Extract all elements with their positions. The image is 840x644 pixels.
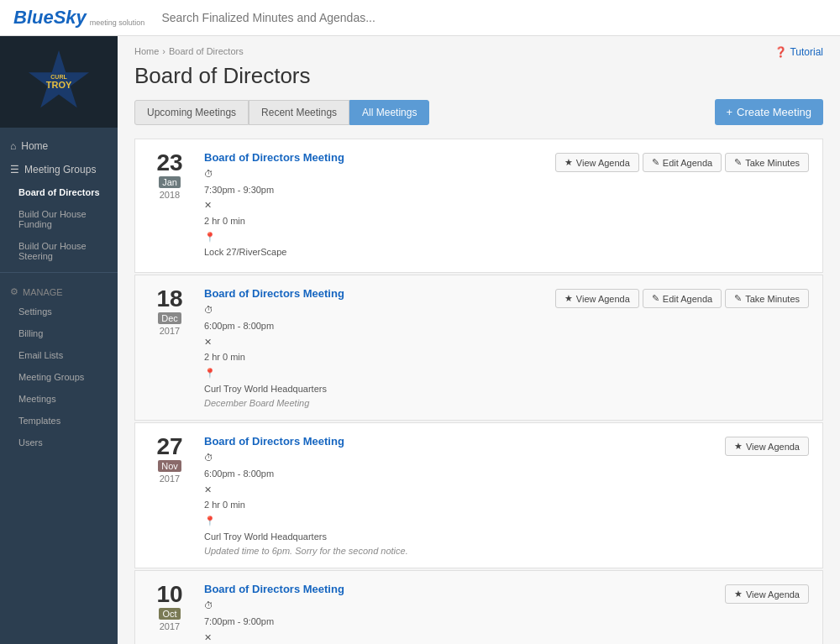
breadcrumb-home[interactable]: Home xyxy=(134,46,159,56)
breadcrumb-sep: › xyxy=(162,46,165,56)
tutorial-link[interactable]: ❓ Tutorial xyxy=(774,46,823,58)
sidebar-item-templates[interactable]: Templates xyxy=(0,410,118,432)
sidebar-item-billing[interactable]: Billing xyxy=(0,322,118,344)
tab-upcoming[interactable]: Upcoming Meetings xyxy=(134,100,249,125)
meeting-title-1[interactable]: Board of Directors Meeting xyxy=(204,151,542,164)
meeting-actions-2: ★ View Agenda ✎ Edit Agenda ✎ Take Minut… xyxy=(555,287,809,308)
settings-label: Settings xyxy=(18,306,52,317)
meeting-meta-4: ⏱ 7:00pm - 9:00pm ✕ 2 hr 0 min 📍 McAllis… xyxy=(204,598,711,644)
date-month-3: Nov xyxy=(158,460,181,472)
sidebar-steering-label: Build Our House Steering xyxy=(18,241,108,261)
edit-agenda-icon-2: ✎ xyxy=(652,293,659,304)
edit-agenda-btn-2[interactable]: ✎ Edit Agenda xyxy=(643,289,722,308)
meeting-meta-2: ⏱ 6:00pm - 8:00pm ✕ 2 hr 0 min 📍 Curl Tr… xyxy=(204,302,542,396)
view-agenda-icon-4: ★ xyxy=(734,589,743,599)
take-minutes-icon-1: ✎ xyxy=(734,157,742,168)
star-logo-text: CURL TROY xyxy=(46,74,72,91)
tab-all[interactable]: All Meetings xyxy=(349,100,429,125)
time-1: ⏱ 7:30pm - 9:30pm xyxy=(204,166,542,197)
email-lists-label: Email Lists xyxy=(18,350,63,360)
tutorial-label: Tutorial xyxy=(790,46,823,58)
take-minutes-btn-1[interactable]: ✎ Take Minutes xyxy=(725,153,809,172)
date-day-1: 23 xyxy=(149,151,191,175)
logo-subtitle: meeting solution xyxy=(90,18,145,27)
date-day-3: 27 xyxy=(149,435,191,458)
location-2: 📍 Curl Troy World Headquarters xyxy=(204,365,542,396)
location-3: 📍 Curl Troy World Headquarters xyxy=(204,513,711,544)
tabs-row: Upcoming Meetings Recent Meetings All Me… xyxy=(134,99,823,125)
date-block-4: 10 Oct 2017 xyxy=(149,583,191,631)
sidebar-item-board-of-directors[interactable]: Board of Directors xyxy=(0,181,118,203)
take-minutes-btn-2[interactable]: ✎ Take Minutes xyxy=(725,289,809,308)
search-bar[interactable] xyxy=(161,11,827,24)
view-agenda-btn-4[interactable]: ★ View Agenda xyxy=(725,584,809,604)
sidebar: CURL TROY ⌂ Home ☰ Meeting Groups Board … xyxy=(0,36,118,644)
meeting-info-4: Board of Directors Meeting ⏱ 7:00pm - 9:… xyxy=(204,583,711,644)
meeting-groups-icon: ☰ xyxy=(10,164,19,175)
sidebar-manage-label: Manage xyxy=(23,287,63,297)
date-day-2: 18 xyxy=(149,287,191,311)
date-month-4: Oct xyxy=(159,608,180,620)
create-meeting-button[interactable]: + Create Meeting xyxy=(715,99,823,125)
sidebar-item-meeting-groups[interactable]: ☰ Meeting Groups xyxy=(0,158,118,181)
sidebar-item-steering[interactable]: Build Our House Steering xyxy=(0,235,118,267)
meeting-card-1: 23 Jan 2018 Board of Directors Meeting ⏱… xyxy=(134,139,823,273)
take-minutes-icon-2: ✎ xyxy=(734,293,742,304)
view-agenda-btn-3[interactable]: ★ View Agenda xyxy=(725,437,809,456)
duration-3: ✕ 2 hr 0 min xyxy=(204,482,711,513)
sidebar-item-manage-meeting-groups[interactable]: Meeting Groups xyxy=(0,366,118,388)
tabs: Upcoming Meetings Recent Meetings All Me… xyxy=(134,100,429,125)
sidebar-item-settings[interactable]: Settings xyxy=(0,301,118,322)
meeting-actions-3: ★ View Agenda xyxy=(725,435,809,456)
meeting-note-2: December Board Meeting xyxy=(204,398,542,408)
view-agenda-btn-1[interactable]: ★ View Agenda xyxy=(555,153,639,172)
tutorial-icon: ❓ xyxy=(774,46,787,58)
manage-icon: ⚙ xyxy=(10,286,18,297)
meeting-title-2[interactable]: Board of Directors Meeting xyxy=(204,287,542,300)
templates-label: Templates xyxy=(18,416,60,426)
sidebar-home-label: Home xyxy=(21,140,48,152)
meeting-title-4[interactable]: Board of Directors Meeting xyxy=(204,583,711,595)
users-label: Users xyxy=(18,437,43,448)
meeting-meta-3: ⏱ 6:00pm - 8:00pm ✕ 2 hr 0 min 📍 Curl Tr… xyxy=(204,450,711,544)
sidebar-meeting-groups-label: Meeting Groups xyxy=(24,164,96,175)
meeting-info-3: Board of Directors Meeting ⏱ 6:00pm - 8:… xyxy=(204,435,711,556)
sidebar-funding-label: Build Our House Funding xyxy=(18,209,108,229)
time-3: ⏱ 6:00pm - 8:00pm xyxy=(204,450,711,481)
date-year-3: 2017 xyxy=(149,474,191,484)
meeting-title-3[interactable]: Board of Directors Meeting xyxy=(204,435,711,448)
plus-icon: + xyxy=(727,106,733,118)
edit-agenda-icon-1: ✎ xyxy=(652,157,659,168)
sidebar-item-users[interactable]: Users xyxy=(0,432,118,453)
meeting-actions-1: ★ View Agenda ✎ Edit Agenda ✎ Take Minut… xyxy=(555,151,809,172)
meeting-info-1: Board of Directors Meeting ⏱ 7:30pm - 9:… xyxy=(204,151,542,260)
date-year-1: 2018 xyxy=(149,190,191,200)
view-agenda-icon-1: ★ xyxy=(564,157,573,168)
sidebar-item-funding[interactable]: Build Our House Funding xyxy=(0,203,118,235)
sidebar-item-email-lists[interactable]: Email Lists xyxy=(0,344,118,366)
tab-recent[interactable]: Recent Meetings xyxy=(249,100,349,125)
time-4: ⏱ 7:00pm - 9:00pm xyxy=(204,598,711,629)
meeting-card-4: 10 Oct 2017 Board of Directors Meeting ⏱… xyxy=(134,570,823,644)
home-icon: ⌂ xyxy=(10,140,16,152)
breadcrumb-current: Board of Directors xyxy=(169,46,244,56)
manage-meeting-groups-label: Meeting Groups xyxy=(18,372,84,382)
date-block-3: 27 Nov 2017 xyxy=(149,435,191,484)
meeting-meta-1: ⏱ 7:30pm - 9:30pm ✕ 2 hr 0 min 📍 Lock 27… xyxy=(204,166,542,260)
meeting-actions-4: ★ View Agenda xyxy=(725,583,809,604)
location-1: 📍 Lock 27/RiverScape xyxy=(204,229,542,260)
breadcrumb: Home › Board of Directors xyxy=(134,46,244,56)
edit-agenda-btn-1[interactable]: ✎ Edit Agenda xyxy=(643,153,722,172)
sidebar-item-home[interactable]: ⌂ Home xyxy=(0,134,118,158)
sidebar-item-meetings[interactable]: Meetings xyxy=(0,388,118,410)
meeting-card-3: 27 Nov 2017 Board of Directors Meeting ⏱… xyxy=(134,422,823,568)
search-input[interactable] xyxy=(161,11,827,24)
topbar: BlueSky meeting solution xyxy=(0,0,840,36)
view-agenda-btn-2[interactable]: ★ View Agenda xyxy=(555,289,639,308)
logo-area: BlueSky meeting solution xyxy=(13,7,144,29)
view-agenda-icon-3: ★ xyxy=(734,441,743,452)
sidebar-nav: ⌂ Home ☰ Meeting Groups Board of Directo… xyxy=(0,128,118,644)
sidebar-divider xyxy=(0,272,118,273)
header-row: Home › Board of Directors ❓ Tutorial xyxy=(134,46,823,63)
date-block-2: 18 Dec 2017 xyxy=(149,287,191,336)
